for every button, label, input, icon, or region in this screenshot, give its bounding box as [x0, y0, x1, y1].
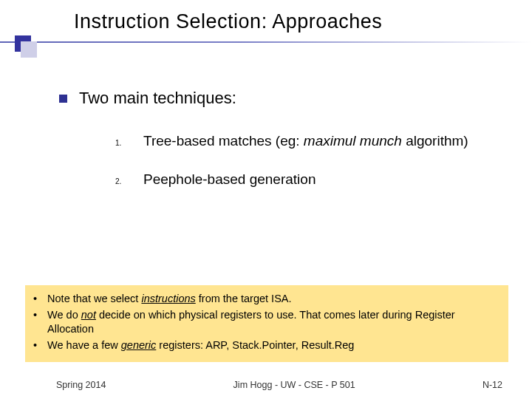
item-text: Peephole-based generation [143, 171, 316, 188]
slide-title: Instruction Selection: Approaches [74, 10, 532, 33]
bullet-dot-icon: • [33, 308, 37, 337]
item-text-italic: maximul munch [304, 133, 402, 149]
note-seg: from the target ISA. [196, 293, 292, 304]
title-underline [0, 41, 532, 43]
list-item: 1. Tree-based matches (eg: maximul munch… [115, 133, 517, 149]
square-bullet-icon [59, 95, 67, 103]
bullet-dot-icon: • [33, 338, 37, 353]
title-area: Instruction Selection: Approaches [0, 0, 532, 59]
item-text-post: algorithm) [402, 133, 468, 149]
item-text-pre: Peephole-based generation [143, 171, 316, 187]
main-bullet-text: Two main techniques: [79, 89, 236, 108]
note-seg: decide on which physical registers to us… [47, 309, 455, 335]
footer-center: Jim Hogg - UW - CSE - P 501 [233, 380, 355, 390]
note-seg: Note that we select [47, 293, 141, 304]
footer-left: Spring 2014 [56, 380, 106, 390]
note-seg: We have a few [47, 339, 121, 351]
item-number: 1. [115, 139, 123, 147]
note-text: Note that we select instructions from th… [47, 292, 291, 307]
note-line: • Note that we select instructions from … [33, 292, 500, 307]
note-seg: registers: ARP, Stack.Pointer, Result.Re… [156, 339, 354, 351]
sub-list: 1. Tree-based matches (eg: maximul munch… [115, 133, 517, 188]
note-line: • We have a few generic registers: ARP, … [33, 338, 500, 353]
main-bullet-row: Two main techniques: [59, 89, 517, 108]
note-box: • Note that we select instructions from … [25, 285, 508, 362]
item-number: 2. [115, 177, 123, 185]
note-emph: instructions [141, 293, 195, 304]
bullet-dot-icon: • [33, 292, 37, 307]
corner-decoration [15, 35, 31, 52]
item-text-pre: Tree-based matches (eg: [143, 133, 304, 149]
item-text: Tree-based matches (eg: maximul munch al… [143, 133, 468, 149]
note-seg: We do [47, 309, 81, 321]
footer-right: N-12 [482, 380, 502, 390]
content-area: Two main techniques: 1. Tree-based match… [0, 59, 532, 188]
note-text: We have a few generic registers: ARP, St… [47, 338, 354, 353]
note-text: We do not decide on which physical regis… [47, 308, 500, 337]
note-emph: generic [121, 339, 157, 351]
note-emph: not [81, 309, 96, 321]
list-item: 2. Peephole-based generation [115, 171, 517, 188]
footer: Spring 2014 Jim Hogg - UW - CSE - P 501 … [0, 380, 532, 390]
note-line: • We do not decide on which physical reg… [33, 308, 500, 337]
